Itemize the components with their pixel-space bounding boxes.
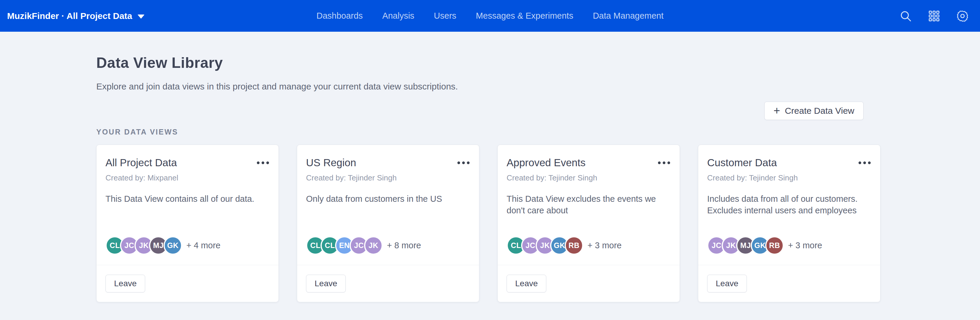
project-switcher[interactable]: MuzikFinder · All Project Data <box>7 11 145 21</box>
avatar-group: JCJKMJGKRB <box>707 236 784 255</box>
dot <box>667 161 670 164</box>
nav-data-management[interactable]: Data Management <box>593 11 663 21</box>
member-row: CLCLENJCJK + 8 more <box>306 236 470 255</box>
plus-icon: + <box>773 105 780 116</box>
leave-button[interactable]: Leave <box>105 275 145 293</box>
leave-button[interactable]: Leave <box>306 275 346 293</box>
settings-gear-icon-svg <box>956 10 969 22</box>
create-data-view-label: Create Data View <box>785 106 854 116</box>
card-title: Approved Events <box>507 157 586 169</box>
more-members-label: + 3 more <box>788 240 822 250</box>
data-view-card-list: All Project Data Created by: Mixpanel Th… <box>96 145 980 302</box>
dot <box>266 161 269 164</box>
card-created-by: Created by: Tejinder Singh <box>507 174 671 183</box>
apps-grid-icon-svg <box>928 10 940 22</box>
card-body: All Project Data Created by: Mixpanel Th… <box>97 145 278 265</box>
page-subtitle: Explore and join data views in this proj… <box>96 81 980 92</box>
card-title: All Project Data <box>105 157 177 169</box>
avatar: RB <box>565 236 583 255</box>
card-description: This Data View contains all of our data. <box>105 193 270 205</box>
avatar: JK <box>364 236 383 255</box>
leave-button[interactable]: Leave <box>707 275 747 293</box>
dot <box>863 161 866 164</box>
card-description: Only data from customers in the US <box>306 193 470 205</box>
leave-button[interactable]: Leave <box>507 275 546 293</box>
dot <box>859 161 861 164</box>
card-description: This Data View excludes the events we do… <box>507 193 671 216</box>
dot <box>663 161 665 164</box>
section-label-your-data-views: YOUR DATA VIEWS <box>96 128 980 136</box>
dot <box>658 161 661 164</box>
create-data-view-button[interactable]: + Create Data View <box>764 102 864 120</box>
card-title: US Region <box>306 157 356 169</box>
card-created-by: Created by: Tejinder Singh <box>306 174 470 183</box>
card-created-by: Created by: Mixpanel <box>105 174 270 183</box>
card-body: Customer Data Created by: Tejinder Singh… <box>698 145 880 265</box>
card-description: Includes data from all of our customers.… <box>707 193 871 216</box>
settings-gear-icon[interactable] <box>956 9 969 23</box>
more-members-label: + 4 more <box>186 240 220 250</box>
apps-grid-icon[interactable] <box>927 9 941 23</box>
data-view-card: US Region Created by: Tejinder Singh Onl… <box>297 145 479 302</box>
ellipsis-menu-icon[interactable] <box>457 160 470 166</box>
dot <box>257 161 259 164</box>
avatar-group: CLJCJKGKRB <box>507 236 583 255</box>
data-view-card: Approved Events Created by: Tejinder Sin… <box>497 145 680 302</box>
nav-dashboards[interactable]: Dashboards <box>317 11 363 21</box>
more-members-label: + 8 more <box>387 240 421 250</box>
navbar-icon-group <box>899 9 969 23</box>
dot <box>462 161 465 164</box>
card-body: US Region Created by: Tejinder Singh Onl… <box>297 145 479 265</box>
avatar: RB <box>765 236 784 255</box>
more-members-label: + 3 more <box>587 240 622 250</box>
avatar: GK <box>164 236 182 255</box>
nav-messages-experiments[interactable]: Messages & Experiments <box>476 11 573 21</box>
member-row: CLJCJKMJGK + 4 more <box>105 236 270 255</box>
card-footer: Leave <box>498 265 679 302</box>
chevron-down-icon <box>137 14 145 19</box>
dot <box>467 161 469 164</box>
card-title: Customer Data <box>707 157 777 169</box>
ellipsis-menu-icon[interactable] <box>858 160 871 166</box>
data-view-card: All Project Data Created by: Mixpanel Th… <box>96 145 279 302</box>
search-icon-svg <box>899 10 912 22</box>
card-footer: Leave <box>97 265 278 302</box>
card-footer: Leave <box>297 265 479 302</box>
primary-nav: Dashboards Analysis Users Messages & Exp… <box>317 0 663 32</box>
ellipsis-menu-icon[interactable] <box>657 160 671 166</box>
project-switcher-label: MuzikFinder · All Project Data <box>7 11 132 21</box>
dot <box>868 161 871 164</box>
main-content: Data View Library Explore and join data … <box>0 54 980 302</box>
member-row: CLJCJKGKRB + 3 more <box>507 236 671 255</box>
page-title: Data View Library <box>96 54 980 72</box>
nav-users[interactable]: Users <box>434 11 457 21</box>
card-created-by: Created by: Tejinder Singh <box>707 174 871 183</box>
dot <box>262 161 264 164</box>
search-icon[interactable] <box>899 9 912 23</box>
top-navbar: MuzikFinder · All Project Data Dashboard… <box>0 0 980 32</box>
dot <box>457 161 460 164</box>
avatar-group: CLCLENJCJK <box>306 236 383 255</box>
member-row: JCJKMJGKRB + 3 more <box>707 236 871 255</box>
data-view-card: Customer Data Created by: Tejinder Singh… <box>698 145 880 302</box>
ellipsis-menu-icon[interactable] <box>256 160 270 166</box>
nav-analysis[interactable]: Analysis <box>382 11 414 21</box>
avatar-group: CLJCJKMJGK <box>105 236 182 255</box>
card-footer: Leave <box>698 265 880 302</box>
card-body: Approved Events Created by: Tejinder Sin… <box>498 145 679 265</box>
